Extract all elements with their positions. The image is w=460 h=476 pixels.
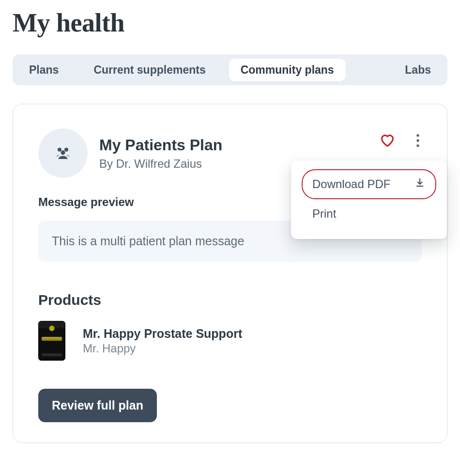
svg-point-3 [416,134,419,137]
svg-point-2 [61,150,65,155]
plan-title: My Patients Plan [99,136,366,154]
product-brand: Mr. Happy [83,342,242,355]
menu-item-label: Download PDF [312,177,390,191]
tab-plans[interactable]: Plans [17,59,70,81]
product-row[interactable]: Mr. Happy Prostate Support Mr. Happy [38,321,422,361]
tab-current-supplements[interactable]: Current supplements [82,59,217,81]
tab-community-plans[interactable]: Community plans [229,59,346,81]
plan-avatar [38,128,88,178]
page-title: My health [13,8,447,38]
menu-item-print[interactable]: Print [302,199,436,228]
tab-labs[interactable]: Labs [393,59,443,81]
menu-item-download-pdf[interactable]: Download PDF [302,169,436,199]
kebab-icon [416,142,420,149]
product-name: Mr. Happy Prostate Support [83,327,242,341]
people-group-icon [53,142,73,164]
product-text: Mr. Happy Prostate Support Mr. Happy [83,327,242,355]
cta-row: Review full plan [38,389,422,422]
svg-point-0 [58,148,61,152]
plan-card: My Patients Plan By Dr. Wilfred Zaius [13,104,447,443]
product-thumbnail [38,321,65,361]
more-button[interactable] [414,132,422,151]
svg-point-4 [416,139,419,142]
favorite-button[interactable] [377,130,398,152]
svg-point-1 [64,148,68,152]
svg-point-5 [416,144,419,147]
review-full-plan-button[interactable]: Review full plan [38,389,157,422]
more-menu: Download PDF Print [291,160,447,239]
tab-bar: Plans Current supplements Community plan… [13,54,447,85]
heart-icon [379,143,396,150]
download-icon [414,177,426,191]
products-label: Products [38,292,422,308]
plan-actions [377,130,422,152]
menu-item-label: Print [312,207,336,221]
